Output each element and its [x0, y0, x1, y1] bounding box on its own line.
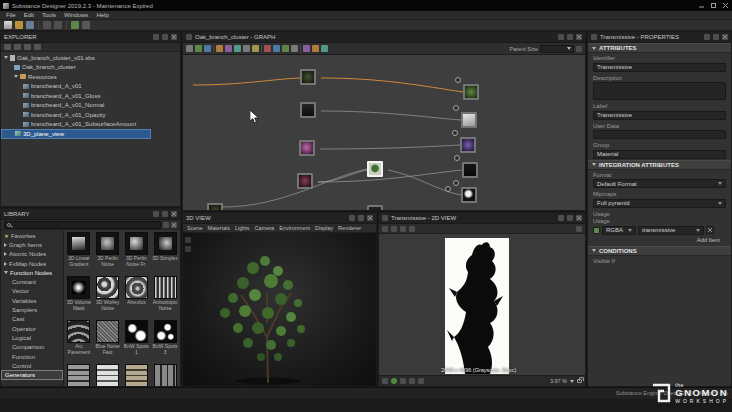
- section-conditions[interactable]: CONDITIONS: [588, 246, 731, 256]
- mipmaps-dropdown[interactable]: Full pyramid: [593, 199, 726, 208]
- category-graph-items[interactable]: Graph Items: [1, 240, 63, 249]
- menu-windows[interactable]: Windows: [64, 12, 88, 18]
- category-control[interactable]: Control: [1, 361, 63, 370]
- zoom-level[interactable]: 3.97 %: [550, 378, 567, 384]
- library-item[interactable]: Alveolus: [123, 276, 151, 319]
- tree-item-resource[interactable]: brancheard_A_v01_Gloss: [1, 91, 180, 101]
- library-item[interactable]: 3D Linear Gradient: [65, 232, 93, 275]
- tab-left-icon[interactable]: [382, 215, 388, 221]
- graph-tool-icon[interactable]: [204, 45, 211, 52]
- viewport-gizmo-icon[interactable]: [185, 237, 191, 243]
- category-fxmap-nodes[interactable]: FxMap Nodes: [1, 259, 63, 268]
- section-integration-attributes[interactable]: INTEGRATION ATTRIBUTES: [588, 160, 731, 170]
- close-panel-icon[interactable]: [171, 34, 177, 40]
- panel-menu-icon[interactable]: [704, 34, 710, 40]
- close-panel-icon[interactable]: [576, 215, 582, 221]
- 3d-viewport[interactable]: [183, 233, 376, 386]
- menu-scene[interactable]: Scene: [187, 225, 203, 231]
- add-item-link[interactable]: Add Item: [593, 235, 726, 245]
- preview-mode-icon[interactable]: [391, 378, 397, 384]
- search-input[interactable]: [13, 222, 158, 228]
- category-function-nodes[interactable]: Function Nodes: [1, 268, 63, 277]
- tiling-icon[interactable]: [400, 378, 406, 384]
- graph-node-selected[interactable]: [367, 161, 383, 177]
- graph-tool-icon[interactable]: [225, 45, 232, 52]
- user-data-field[interactable]: [593, 130, 726, 139]
- explorer-view-icon[interactable]: [34, 44, 41, 50]
- graph-tool-icon[interactable]: [273, 45, 280, 52]
- 2d-tool-icon[interactable]: [391, 226, 397, 232]
- graph-output-node[interactable]: [461, 112, 477, 128]
- category-favorites[interactable]: ★Favorites: [1, 231, 63, 240]
- category-logical[interactable]: Logical: [1, 333, 63, 342]
- category-variables[interactable]: Variables: [1, 296, 63, 305]
- tree-item-resource[interactable]: brancheard_A_v01: [1, 82, 180, 92]
- 3d-view-tab[interactable]: 3D VIEW: [183, 213, 376, 224]
- tab-left-icon[interactable]: [186, 34, 192, 40]
- float-panel-icon[interactable]: [162, 211, 168, 217]
- panel-menu-icon[interactable]: [153, 34, 159, 40]
- properties-tab[interactable]: Transmissive - PROPERTIES: [588, 32, 731, 43]
- library-item[interactable]: 3D Volume Mask: [65, 276, 93, 319]
- graph-node[interactable]: [367, 205, 383, 210]
- graph-output-node[interactable]: [463, 84, 479, 100]
- menu-tools[interactable]: Tools: [42, 12, 56, 18]
- float-panel-icon[interactable]: [567, 215, 573, 221]
- graph-tool-icon[interactable]: [186, 45, 193, 52]
- library-item[interactable]: Blue Noise Fast: [94, 320, 122, 363]
- graph-tab[interactable]: Oak_branch_cluster - GRAPH: [183, 32, 585, 43]
- panel-menu-icon[interactable]: [349, 215, 355, 221]
- redo-icon[interactable]: [54, 21, 62, 29]
- usage-channel-dropdown[interactable]: RGBA: [602, 226, 636, 235]
- graph-tool-icon[interactable]: [282, 45, 289, 52]
- panel-menu-icon[interactable]: [558, 215, 564, 221]
- menu-display[interactable]: Display: [315, 225, 333, 231]
- panel-menu-icon[interactable]: [153, 211, 159, 217]
- group-field[interactable]: Material: [593, 150, 726, 159]
- channels-icon[interactable]: [382, 378, 388, 384]
- tree-item-package[interactable]: Oak_branch_cluster_v01.sbs: [1, 53, 180, 63]
- category-function[interactable]: Function: [1, 352, 63, 361]
- library-item[interactable]: 3D Simplex: [151, 232, 179, 275]
- menu-camera[interactable]: Camera: [255, 225, 275, 231]
- graph-tool-icon[interactable]: [216, 45, 223, 52]
- graph-tool-icon[interactable]: [312, 45, 319, 52]
- tree-item-resource[interactable]: brancheard_A_v01_Opacity: [1, 110, 180, 120]
- float-panel-icon[interactable]: [567, 34, 573, 40]
- save-icon[interactable]: [26, 21, 34, 29]
- viewport-camera-icon[interactable]: [185, 246, 191, 252]
- maximize-icon[interactable]: [710, 2, 717, 9]
- category-comparison[interactable]: Comparison: [1, 343, 63, 352]
- remove-usage-icon[interactable]: [706, 226, 714, 234]
- library-item[interactable]: BnW Spots 1: [123, 320, 151, 363]
- graph-output-node[interactable]: [460, 137, 476, 153]
- 2d-tool-icon[interactable]: [400, 226, 406, 232]
- explorer-collapse-icon[interactable]: [24, 44, 31, 50]
- category-samplers[interactable]: Samplers: [1, 305, 63, 314]
- category-generators[interactable]: Generators: [1, 370, 63, 379]
- library-item[interactable]: [65, 364, 93, 386]
- new-document-icon[interactable]: [4, 21, 12, 29]
- tree-item-resource[interactable]: brancheard_A_v01_Normal: [1, 101, 180, 111]
- category-operator[interactable]: Operator: [1, 324, 63, 333]
- explorer-tab[interactable]: EXPLORER: [1, 32, 180, 43]
- graph-output-node[interactable]: [462, 162, 478, 178]
- category-atomic-nodes[interactable]: Atomic Nodes: [1, 250, 63, 259]
- library-item[interactable]: [123, 364, 151, 386]
- graph-canvas[interactable]: [183, 55, 585, 210]
- grid-icon[interactable]: [418, 378, 424, 384]
- panel-menu-icon[interactable]: [558, 34, 564, 40]
- usage-value-dropdown[interactable]: transmissive: [638, 226, 704, 235]
- library-item[interactable]: 3D Worley Noise: [94, 276, 122, 319]
- close-panel-icon[interactable]: [576, 34, 582, 40]
- settings-icon[interactable]: [82, 21, 90, 29]
- graph-tool-icon[interactable]: [264, 45, 271, 52]
- tab-left-icon[interactable]: [591, 34, 597, 40]
- library-item[interactable]: Arc Pavement: [65, 320, 93, 363]
- menu-file[interactable]: File: [6, 12, 16, 18]
- title-bar[interactable]: Substance Designer 2019.2.3 - Maintenanc…: [0, 0, 732, 11]
- 2d-view-tab[interactable]: Transmissive - 2D VIEW: [379, 213, 585, 224]
- graph-node[interactable]: [300, 102, 316, 118]
- open-file-icon[interactable]: [15, 21, 23, 29]
- graph-options-icon[interactable]: [576, 46, 582, 52]
